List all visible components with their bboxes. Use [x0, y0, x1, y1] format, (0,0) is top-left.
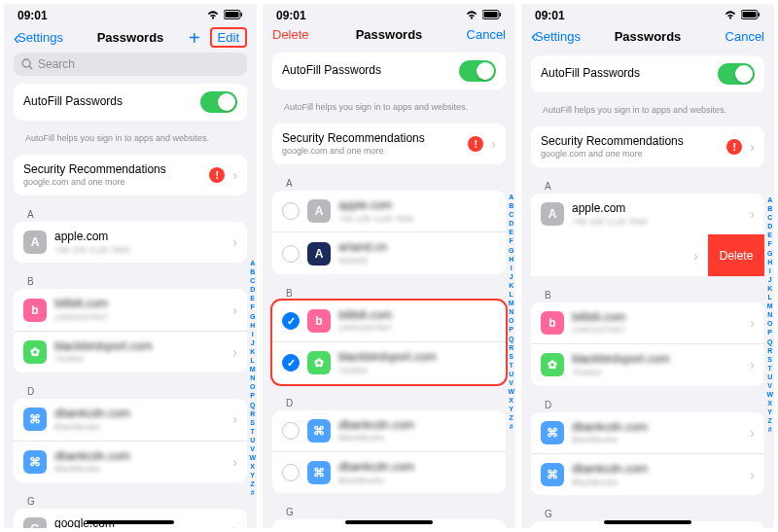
index-letter[interactable]: I — [252, 330, 254, 338]
index-letter[interactable]: G — [509, 246, 513, 255]
index-letter[interactable]: Y — [767, 408, 772, 416]
cancel-button[interactable]: Cancel — [467, 27, 506, 42]
password-row[interactable]: b bilibili.com 13051637867 › — [14, 289, 247, 330]
index-letter[interactable]: A — [509, 193, 513, 201]
index-letter[interactable]: U — [250, 436, 255, 444]
index-letter[interactable]: B — [250, 267, 255, 276]
password-row[interactable]: ⌘ dbankcdn.com BlackBooks › — [14, 399, 247, 440]
delete-button[interactable]: Delete — [272, 27, 309, 42]
index-letter[interactable]: O — [250, 382, 255, 391]
index-letter[interactable]: C — [509, 210, 513, 219]
index-letter[interactable]: Q — [250, 401, 255, 409]
index-bar[interactable]: ABCDEFGHIJKLMNOPQRSTUVWXYZ# — [508, 193, 514, 518]
select-circle[interactable] — [282, 464, 300, 481]
password-row[interactable]: G google.com blackphilly@gmail.com › — [14, 509, 247, 528]
index-letter[interactable]: L — [768, 293, 772, 301]
password-row[interactable]: b bilibili.com 13051637867 — [272, 301, 506, 341]
index-letter[interactable]: # — [768, 425, 772, 434]
autofill-row[interactable]: AutoFill Passwords — [14, 84, 247, 121]
index-letter[interactable]: R — [767, 346, 772, 355]
index-letter[interactable]: S — [767, 355, 772, 364]
password-row[interactable]: ⌘ dbankcdn.com BlackBooks — [272, 451, 506, 493]
index-letter[interactable]: R — [509, 343, 513, 352]
index-letter[interactable]: X — [767, 399, 772, 408]
index-letter[interactable]: Q — [509, 335, 513, 343]
index-letter[interactable]: Y — [509, 405, 513, 413]
index-letter[interactable]: B — [509, 201, 513, 210]
index-letter[interactable]: D — [509, 219, 513, 228]
index-letter[interactable]: G — [250, 312, 255, 321]
index-letter[interactable]: O — [509, 316, 513, 325]
index-letter[interactable]: W — [249, 453, 256, 462]
index-letter[interactable]: W — [766, 390, 773, 399]
index-letter[interactable]: Z — [510, 413, 513, 422]
index-letter[interactable]: I — [511, 264, 513, 272]
password-row[interactable]: b bilibili.com 13051637867 › — [531, 302, 764, 343]
index-letter[interactable]: L — [251, 356, 255, 365]
index-letter[interactable]: Z — [768, 416, 772, 425]
index-letter[interactable]: P — [767, 328, 772, 337]
index-letter[interactable]: J — [510, 272, 513, 281]
password-row[interactable]: ⌘ dbankcdn.com BlackBooks › — [531, 453, 764, 495]
password-row[interactable]: A apple.com +86 108 1128 7800 › — [531, 194, 764, 234]
index-letter[interactable]: N — [250, 373, 255, 382]
index-bar[interactable]: ABCDEFGHIJKLMNOPQRSTUVWXYZ# — [766, 195, 773, 518]
index-letter[interactable]: F — [251, 302, 255, 311]
cancel-button[interactable]: Cancel — [725, 29, 764, 44]
autofill-row[interactable]: AutoFill Passwords — [531, 55, 764, 92]
index-letter[interactable]: A — [250, 259, 255, 267]
index-letter[interactable]: V — [250, 444, 255, 453]
index-letter[interactable]: H — [509, 255, 513, 264]
select-circle-checked[interactable] — [282, 312, 300, 330]
index-letter[interactable]: C — [250, 276, 255, 285]
index-letter[interactable]: N — [767, 310, 772, 319]
index-letter[interactable]: H — [767, 258, 772, 266]
index-letter[interactable]: A — [767, 195, 772, 204]
index-letter[interactable]: S — [509, 352, 513, 361]
index-letter[interactable]: V — [509, 378, 513, 387]
index-letter[interactable]: T — [768, 364, 772, 372]
password-row[interactable]: ✿ blackbirdsport.com 763654 › — [14, 331, 247, 372]
index-letter[interactable]: G — [767, 249, 772, 258]
index-letter[interactable]: N — [509, 307, 513, 316]
autofill-row[interactable]: AutoFill Passwords — [272, 53, 506, 89]
index-letter[interactable]: Y — [250, 471, 255, 479]
index-letter[interactable]: P — [509, 325, 513, 334]
index-letter[interactable]: U — [767, 372, 772, 381]
index-letter[interactable]: D — [767, 222, 772, 231]
security-row[interactable]: Security Recommendations google.com and … — [14, 155, 247, 195]
add-button[interactable]: + — [189, 28, 200, 48]
select-circle[interactable] — [282, 245, 300, 263]
home-indicator[interactable] — [87, 520, 174, 524]
password-row[interactable]: ⌘ dbankcdn.com BlackBooks — [272, 410, 506, 451]
password-row-swiped[interactable]: nd.cn 95 › Delete — [531, 234, 764, 275]
index-letter[interactable]: K — [250, 347, 255, 356]
index-letter[interactable]: J — [251, 338, 255, 347]
index-letter[interactable]: V — [767, 381, 772, 390]
index-letter[interactable]: X — [250, 462, 255, 471]
select-circle[interactable] — [282, 202, 300, 220]
index-letter[interactable]: Z — [251, 479, 255, 488]
index-letter[interactable]: K — [767, 284, 772, 293]
password-row[interactable]: ⌘ dbankcdn.com BlackBooks › — [531, 412, 764, 453]
index-letter[interactable]: I — [769, 266, 771, 275]
index-letter[interactable]: J — [768, 275, 772, 284]
search-field[interactable]: Search — [14, 53, 247, 76]
index-letter[interactable]: O — [767, 319, 772, 328]
index-letter[interactable]: E — [250, 294, 255, 302]
index-letter[interactable]: T — [510, 361, 513, 370]
index-letter[interactable]: P — [250, 391, 255, 400]
index-letter[interactable]: M — [767, 301, 773, 310]
index-letter[interactable]: C — [767, 213, 772, 222]
index-letter[interactable]: U — [509, 370, 513, 378]
index-letter[interactable]: F — [510, 236, 513, 245]
back-button[interactable]: ‹ Settings — [531, 27, 581, 45]
security-row[interactable]: Security Recommendations google.com and … — [531, 126, 764, 167]
index-letter[interactable]: X — [509, 396, 513, 405]
index-letter[interactable]: T — [251, 427, 255, 436]
autofill-toggle[interactable] — [718, 63, 755, 85]
index-bar[interactable]: ABCDEFGHIJKLMNOPQRSTUVWXYZ# — [249, 259, 256, 518]
password-row[interactable]: ✿ blackbirdsport.com 763654 › — [531, 343, 764, 385]
index-letter[interactable]: S — [250, 418, 255, 427]
autofill-toggle[interactable] — [200, 91, 237, 113]
